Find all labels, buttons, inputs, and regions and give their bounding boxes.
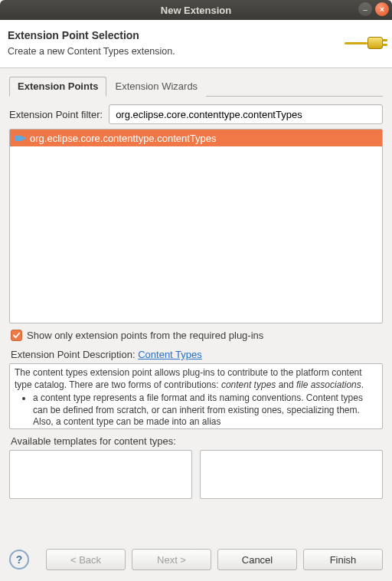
templates-list-right[interactable] [200,450,383,499]
description-link[interactable]: Content Types [138,349,202,360]
window-title: New Extension [161,5,231,16]
templates-label: Available templates for content types: [11,435,383,447]
wizard-header-text: Extension Point Selection Create a new C… [0,20,340,67]
finish-button[interactable]: Finish [303,549,383,570]
next-button[interactable]: Next > [132,549,211,570]
tab-bar: Extension Points Extension Wizards [9,76,383,97]
templates-row [9,450,383,499]
wizard-header: Extension Point Selection Create a new C… [0,20,392,68]
list-item[interactable]: org.eclipse.core.contenttype.contentType… [10,130,382,146]
list-item-label: org.eclipse.core.contenttype.contentType… [30,133,217,144]
filter-input[interactable] [109,104,383,124]
titlebar: New Extension – × [0,0,392,20]
filter-label: Extension Point filter: [9,109,103,120]
back-button[interactable]: < Back [46,549,126,570]
page-subtitle: Create a new Content Types extension. [8,46,332,57]
extension-point-icon [15,133,25,143]
required-only-checkbox[interactable] [11,330,22,341]
minimize-button[interactable]: – [358,2,372,16]
description-label: Extension Point Description: Content Typ… [11,349,383,360]
required-only-label: Show only extension points from the requ… [27,330,263,341]
templates-list-left[interactable] [9,450,192,499]
description-bullet: a content type represents a file format … [33,392,377,428]
tab-extension-points[interactable]: Extension Points [9,77,106,97]
help-button[interactable]: ? [9,550,29,570]
close-button[interactable]: × [375,2,389,16]
required-only-row: Show only extension points from the requ… [11,330,381,341]
filter-row: Extension Point filter: [9,104,383,124]
extension-points-list[interactable]: org.eclipse.core.contenttype.contentType… [9,129,383,323]
tab-extension-wizards[interactable]: Extension Wizards [106,77,206,97]
description-box[interactable]: The content types extension point allows… [9,363,383,429]
wizard-footer: ? < Back Next > Cancel Finish [0,541,392,581]
page-title: Extension Point Selection [8,29,332,41]
cancel-button[interactable]: Cancel [217,549,297,570]
plug-icon [340,20,392,67]
window-controls: – × [358,2,389,16]
